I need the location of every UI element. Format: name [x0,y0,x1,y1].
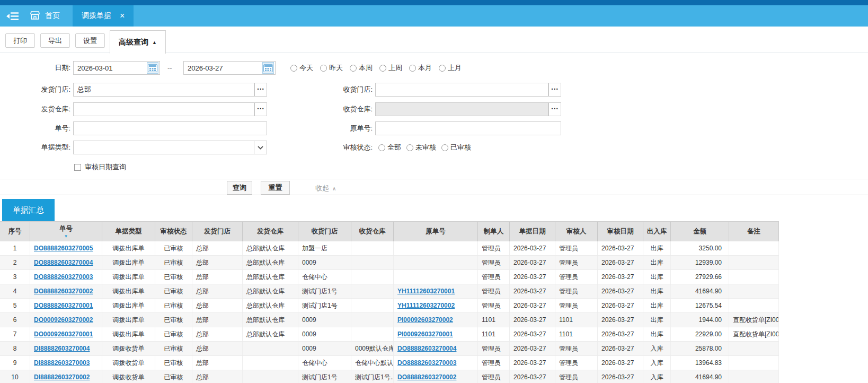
recv-warehouse-picker-button[interactable]: ··· [548,102,561,116]
radio-quick-range[interactable]: 上月 [439,63,462,73]
ship-warehouse-picker-button[interactable]: ··· [254,102,267,116]
radio-icon [290,65,297,72]
table-cell [351,299,394,312]
doc-link[interactable]: DO88882603270004 [397,345,456,352]
table-cell: 0009 [298,313,351,327]
doc-link[interactable]: DI88882603270003 [34,359,90,367]
export-button[interactable]: 导出 [40,33,70,48]
table-cell: 管理员 [478,270,510,284]
table-cell: 3 [0,270,30,284]
doc-link[interactable]: PI00092603270001 [397,330,453,338]
column-header[interactable]: 审核状态 [155,222,192,241]
column-header[interactable]: 单据类型 [102,222,155,241]
doc-link[interactable]: DO00092603270002 [34,316,93,324]
home-icon [30,11,40,22]
close-icon[interactable]: × [120,12,125,20]
recv-store-input[interactable] [375,83,548,97]
calendar-button[interactable] [262,62,274,74]
print-button[interactable]: 打印 [5,33,35,48]
advanced-query-button[interactable]: 高级查询 ▲ [110,30,166,54]
doc-link[interactable]: DO88882603270004 [34,259,93,266]
table-cell: 出库 [643,270,671,284]
doc-link[interactable]: DO88882603270003 [397,359,456,367]
settings-button[interactable]: 设置 [75,33,105,48]
table-cell: 测试门店1号 [298,299,351,312]
table-cell: DO88882603270003 [30,270,102,284]
column-header[interactable]: 发货仓库 [243,222,298,241]
column-header[interactable]: 备注 [729,222,779,241]
orig-doc-no-input[interactable] [375,121,561,135]
tab-transfer-documents[interactable]: 调拨单据 × [73,5,134,27]
column-header[interactable]: 审核日期 [598,222,643,241]
reset-button[interactable]: 重置 [261,181,290,195]
tab-home[interactable]: 首页 [24,5,73,27]
column-header[interactable]: 出入库 [643,222,671,241]
ship-warehouse-input[interactable] [73,102,254,116]
doc-link[interactable]: DO88882603270005 [34,245,93,252]
ship-store-picker-button[interactable]: ··· [254,83,267,97]
radio-quick-range[interactable]: 本月 [409,63,432,73]
column-header[interactable]: 收货门店 [298,222,351,241]
table-cell: 3250.00 [671,241,729,255]
doc-type-value[interactable] [73,141,267,154]
orig-doc-no-field [375,121,561,135]
table-cell: 入库 [643,356,671,370]
doc-link[interactable]: DO88882603270003 [34,273,93,281]
quick-date-radios: 今天 昨天 本周 上周 本月 上月 [290,61,462,75]
collapse-panel-toggle[interactable]: 收起 ∧ [315,184,336,193]
column-header[interactable]: 单据日期 [510,222,555,241]
radio-quick-range[interactable]: 今天 [290,63,313,73]
table-cell: 管理员 [555,284,598,298]
table-cell [351,284,394,298]
query-button[interactable]: 查询 [227,181,252,195]
doc-no-input[interactable] [73,121,267,135]
table-row: 3DO88882603270003调拨出库单已审核总部总部默认仓库仓储中心管理员… [0,270,779,284]
table-cell: 总部 [192,327,243,341]
sidebar-toggle-icon[interactable] [6,12,19,21]
date-to-input[interactable] [183,61,276,75]
home-tab-label: 首页 [45,11,60,21]
doc-link[interactable]: DO88882603270001 [34,302,93,309]
radio-audit-status[interactable]: 全部 [378,143,401,152]
table-cell: 已审核 [155,327,192,341]
calendar-button[interactable] [147,62,158,74]
doc-link[interactable]: DI88882603270004 [34,345,90,352]
radio-icon [378,144,385,151]
table-cell [729,342,779,355]
doc-link[interactable]: YH11112603270002 [397,302,455,309]
table-cell: PI00092603270001 [394,327,478,341]
column-header[interactable]: 单号▼ [30,222,102,241]
radio-quick-range[interactable]: 本周 [350,63,373,73]
ship-store-input[interactable] [73,83,254,97]
date-to-field [183,61,276,75]
column-header[interactable]: 制单人 [478,222,510,241]
table-cell: 2026-03-27 [510,327,555,341]
doc-link[interactable]: PI00092603270002 [397,316,453,324]
radio-audit-status[interactable]: 已审核 [441,143,471,152]
column-header[interactable]: 发货门店 [192,222,243,241]
chevron-down-icon[interactable] [254,141,267,154]
doc-link[interactable]: YH11112603270001 [397,288,455,295]
column-header[interactable]: 原单号 [394,222,478,241]
audit-date-checkbox[interactable]: 审核日期查询 [74,162,126,172]
doc-link[interactable]: DO00092603270001 [34,330,93,338]
table-cell: 2026-03-27 [510,299,555,312]
recv-store-picker-button[interactable]: ··· [548,83,561,97]
tab-summary[interactable]: 单据汇总 [2,199,55,221]
table-cell: 2026-03-27 [510,241,555,255]
doc-type-select[interactable] [73,141,267,154]
table-cell: DO88882603270002 [394,370,478,383]
column-header[interactable]: 金额 [671,222,729,241]
table-cell: 2026-03-27 [598,370,643,383]
column-header[interactable]: 收货仓库 [351,222,394,241]
radio-quick-range[interactable]: 昨天 [320,63,343,73]
column-header[interactable]: 序号 [0,222,30,241]
doc-link[interactable]: DO88882603270002 [34,288,93,295]
radio-audit-status[interactable]: 未审核 [406,143,436,152]
date-range-separator: -- [167,61,172,75]
doc-link[interactable]: DO88882603270002 [397,373,456,381]
doc-link[interactable]: DI88882603270002 [34,373,90,381]
radio-quick-range[interactable]: 上周 [379,63,402,73]
column-header[interactable]: 审核人 [555,222,598,241]
audit-status-label: 审核状态: [302,141,373,154]
